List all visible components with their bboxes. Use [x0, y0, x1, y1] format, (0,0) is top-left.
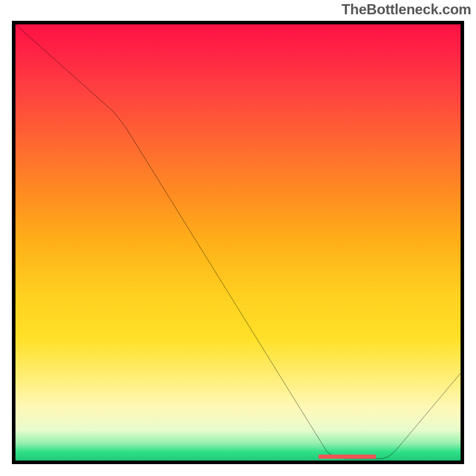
bottleneck-curve — [15, 24, 461, 459]
gradient-plot-area — [12, 21, 464, 464]
watermark-text: TheBottleneck.com — [342, 1, 471, 18]
chart-container: TheBottleneck.com — [0, 0, 476, 476]
bottleneck-marker — [318, 455, 376, 459]
bottleneck-curve-svg — [15, 24, 461, 461]
